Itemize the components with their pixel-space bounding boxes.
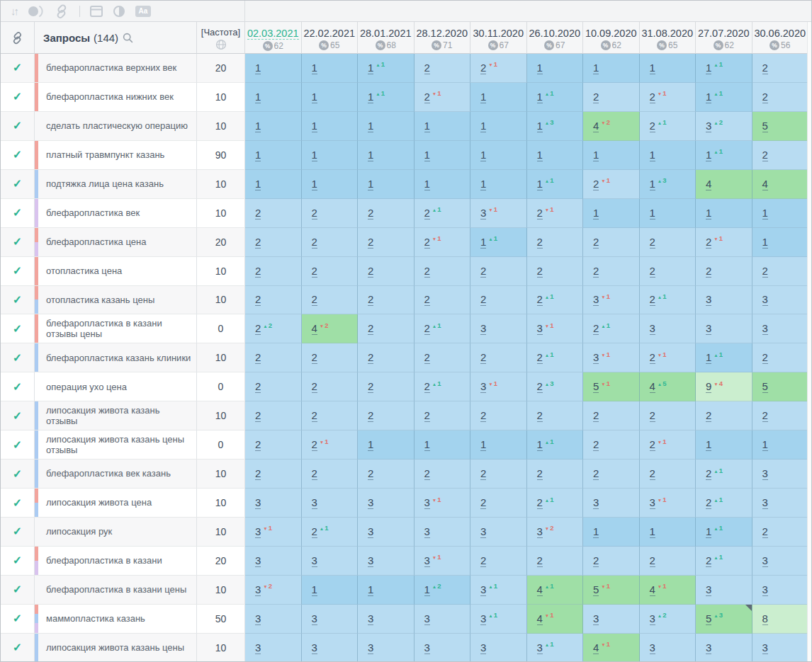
position-value[interactable]: 4 [650,583,655,596]
check-icon[interactable]: ✓ [13,235,22,249]
position-value[interactable]: 3 [368,612,373,625]
position-value[interactable]: 2 [650,351,655,364]
keyword-label[interactable]: блефаропластика казань клиники [46,353,191,364]
position-value[interactable]: 2 [312,409,317,422]
position-value[interactable]: 1 [480,236,486,249]
position-value[interactable]: 2 [762,149,768,161]
position-value[interactable]: 2 [650,293,655,306]
position-value[interactable]: 1 [312,91,317,103]
position-value[interactable]: 2 [255,351,261,364]
position-value[interactable]: 2 [537,351,543,364]
position-value[interactable]: 1 [706,91,711,103]
check-icon[interactable]: ✓ [13,612,22,625]
position-value[interactable]: 3 [480,207,486,219]
position-value[interactable]: 2 [537,293,543,306]
position-value[interactable]: 2 [537,265,543,278]
position-value[interactable]: 1 [762,207,768,219]
keyword-label[interactable]: подтяжка лица цена казань [46,178,164,190]
search-icon[interactable] [123,33,133,43]
position-value[interactable]: 2 [593,438,599,451]
contrast-icon[interactable] [113,4,125,19]
position-value[interactable]: 8 [762,612,768,625]
position-value[interactable]: 3 [424,554,430,567]
position-value[interactable]: 2 [762,62,768,74]
position-value[interactable]: 1 [537,120,543,132]
position-value[interactable]: 2 [424,62,430,74]
position-value[interactable]: 3 [312,612,317,625]
position-value[interactable]: 1 [593,207,599,219]
position-value[interactable]: 2 [312,525,317,538]
position-value[interactable]: 1 [706,438,711,451]
date-column-header[interactable]: 22.02.2021%65 [302,22,359,54]
globe-icon[interactable] [215,39,227,50]
position-value[interactable]: 1 [368,62,373,74]
position-value[interactable]: 2 [424,293,430,306]
position-value[interactable]: 2 [537,409,543,422]
position-value[interactable]: 1 [368,178,373,190]
date-column-header[interactable]: 31.08.2020%65 [640,22,697,54]
position-value[interactable]: 3 [762,554,768,567]
position-value[interactable]: 3 [255,496,261,509]
position-value[interactable]: 3 [593,612,599,625]
position-value[interactable]: 2 [762,351,768,364]
position-value[interactable]: 3 [650,641,655,654]
position-value[interactable]: 1 [480,120,486,132]
position-value[interactable]: 1 [593,62,599,74]
text-case-icon[interactable]: Aa [135,4,151,19]
position-value[interactable]: 2 [706,554,711,567]
position-value[interactable]: 2 [593,236,599,249]
position-value[interactable]: 3 [312,554,317,567]
position-value[interactable]: 1 [650,62,655,74]
position-value[interactable]: 1 [312,583,317,596]
position-value[interactable]: 2 [706,467,711,480]
position-value[interactable]: 3 [537,525,543,538]
position-value[interactable]: 1 [480,149,486,161]
position-value[interactable]: 4 [650,380,655,393]
position-value[interactable]: 3 [480,641,486,654]
position-value[interactable]: 2 [368,322,373,335]
keyword-label[interactable]: блефаропластика нижних век [46,91,174,103]
check-icon[interactable]: ✓ [13,496,22,510]
position-value[interactable]: 1 [706,525,711,538]
position-value[interactable]: 2 [650,467,655,480]
position-value[interactable]: 2 [312,351,317,364]
position-value[interactable]: 2 [480,467,486,480]
keyword-label[interactable]: липосакция живота казань цены [46,642,184,654]
position-value[interactable]: 1 [255,178,261,190]
check-icon[interactable]: ✓ [13,322,22,336]
position-value[interactable]: 3 [480,380,486,393]
check-icon[interactable]: ✓ [13,409,22,423]
position-value[interactable]: 5 [706,612,711,625]
position-value[interactable]: 3 [593,351,599,364]
position-value[interactable]: 2 [762,91,768,103]
position-value[interactable]: 1 [255,62,261,74]
position-value[interactable]: 2 [706,236,711,249]
position-value[interactable]: 2 [480,265,486,278]
date-column-header[interactable]: 26.10.2020%67 [527,22,584,54]
position-value[interactable]: 2 [650,438,655,451]
position-value[interactable]: 2 [368,380,373,393]
position-value[interactable]: 1 [706,62,711,74]
position-value[interactable]: 2 [593,554,599,567]
position-value[interactable]: 1 [480,91,486,103]
position-value[interactable]: 3 [762,641,768,654]
position-value[interactable]: 3 [762,293,768,306]
position-value[interactable]: 2 [706,265,711,278]
check-icon[interactable]: ✓ [13,206,22,219]
position-value[interactable]: 1 [650,149,655,161]
keyword-label[interactable]: липосакция живота цена [46,497,152,508]
position-value[interactable]: 1 [312,62,317,74]
keyword-label[interactable]: липосакция рук [46,526,112,537]
position-value[interactable]: 1 [706,149,711,161]
position-value[interactable]: 2 [537,236,543,249]
keyword-label[interactable]: блефаропластика век казань [46,468,171,479]
position-value[interactable]: 3 [255,612,261,625]
position-value[interactable]: 2 [255,236,261,249]
position-value[interactable]: 3 [480,583,486,596]
position-value[interactable]: 1 [762,236,768,249]
check-icon[interactable]: ✓ [13,119,22,132]
position-value[interactable]: 2 [762,525,768,538]
check-icon[interactable]: ✓ [13,148,22,161]
position-value[interactable]: 1 [312,120,317,132]
sort-icon[interactable]: ↓↑ [11,4,17,19]
